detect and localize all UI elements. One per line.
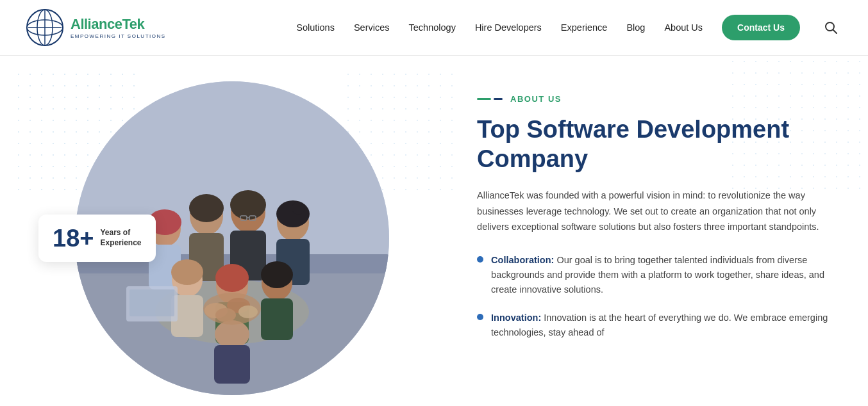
svg-line-6 [833, 30, 837, 34]
right-section: ABOUT US Top Software Development Compan… [451, 56, 868, 406]
section-label: ABOUT US [477, 94, 830, 104]
logo-icon [26, 8, 64, 47]
bullet-item-collaboration: Collaboration: Our goal is to bring toge… [477, 253, 830, 298]
nav-blog[interactable]: Blog [626, 22, 645, 33]
bullet-dot-innovation [477, 314, 483, 320]
bullet-list: Collaboration: Our goal is to bring toge… [477, 253, 830, 340]
logo[interactable]: AllianceTek EMPOWERING IT SOLUTIONS [26, 8, 166, 47]
search-button[interactable] [819, 16, 842, 39]
header: AllianceTek EMPOWERING IT SOLUTIONS Solu… [0, 0, 868, 56]
left-section: 18+ Years of Experience [0, 56, 451, 406]
nav-hire-developers[interactable]: Hire Developers [475, 22, 542, 33]
contact-button[interactable]: Contact Us [722, 15, 800, 40]
bullet-dot-collaboration [477, 256, 483, 263]
logo-brand: AllianceTek [71, 16, 166, 33]
search-icon [824, 21, 837, 34]
logo-text: AllianceTek EMPOWERING IT SOLUTIONS [71, 16, 166, 39]
experience-text: Years of Experience [100, 228, 141, 248]
nav-technology[interactable]: Technology [409, 22, 456, 33]
main-content: 18+ Years of Experience [0, 56, 868, 406]
about-us-label: ABOUT US [510, 94, 562, 104]
nav-about-us[interactable]: About Us [664, 22, 703, 33]
nav-solutions[interactable]: Solutions [296, 22, 335, 33]
main-nav: Solutions Services Technology Hire Devel… [296, 15, 842, 40]
logo-tagline: EMPOWERING IT SOLUTIONS [71, 33, 166, 39]
nav-experience[interactable]: Experience [561, 22, 608, 33]
line-dark [494, 98, 503, 100]
label-line [477, 98, 503, 100]
description-text: AllianceTek was founded with a powerful … [477, 188, 830, 235]
bullet-text-collaboration: Collaboration: Our goal is to bring toge… [491, 253, 830, 298]
line-green [477, 98, 491, 100]
bullet-text-innovation: Innovation: Innovation is at the heart o… [491, 311, 830, 340]
experience-number: 18+ [53, 226, 94, 250]
bullet-item-innovation: Innovation: Innovation is at the heart o… [477, 311, 830, 340]
nav-services[interactable]: Services [354, 22, 390, 33]
main-heading: Top Software Development Company [477, 115, 830, 174]
experience-badge: 18+ Years of Experience [38, 215, 156, 262]
